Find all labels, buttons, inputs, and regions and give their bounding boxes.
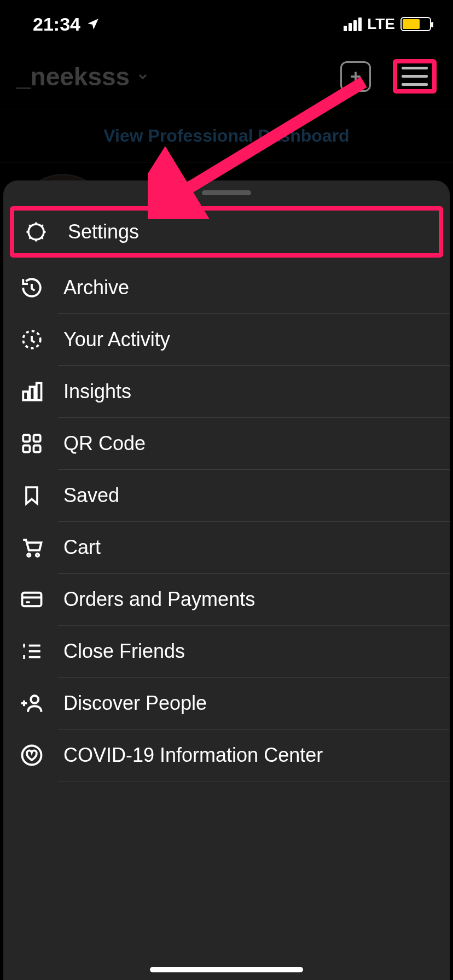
discover-people-icon — [20, 692, 43, 715]
svg-point-15 — [36, 553, 39, 556]
menu-discover[interactable]: Discover People — [3, 678, 450, 729]
menu-close-friends[interactable]: Close Friends — [3, 626, 450, 677]
menu-covid[interactable]: COVID-19 Information Center — [3, 730, 450, 781]
svg-rect-11 — [34, 435, 40, 441]
svg-point-5 — [33, 229, 39, 235]
menu-archive[interactable]: Archive — [3, 262, 450, 313]
insights-icon — [20, 380, 43, 403]
menu-label: Cart — [63, 536, 101, 559]
credit-card-icon — [20, 588, 43, 611]
bookmark-icon — [21, 485, 43, 506]
svg-rect-12 — [23, 446, 30, 452]
divider — [58, 781, 450, 781]
network-label: LTE — [367, 15, 395, 33]
menu-orders[interactable]: Orders and Payments — [3, 574, 450, 625]
svg-rect-7 — [23, 392, 28, 400]
svg-rect-16 — [22, 593, 42, 606]
menu-label: Settings — [68, 220, 139, 243]
activity-icon — [20, 328, 43, 351]
svg-point-14 — [27, 553, 30, 556]
cart-icon — [20, 536, 43, 559]
heart-circle-icon — [20, 744, 43, 767]
menu-label: Orders and Payments — [63, 588, 255, 611]
menu-settings[interactable]: Settings — [14, 211, 439, 253]
username-label: _neeksss — [16, 62, 130, 91]
svg-rect-8 — [30, 387, 35, 400]
status-bar: 21:34 LTE — [0, 0, 453, 48]
gear-icon — [25, 220, 48, 243]
signal-icon — [344, 18, 362, 31]
menu-button[interactable] — [402, 67, 428, 86]
menu-qr[interactable]: QR Code — [3, 418, 450, 469]
menu-insights[interactable]: Insights — [3, 366, 450, 417]
menu-label: Your Activity — [63, 328, 170, 351]
menu-activity[interactable]: Your Activity — [3, 314, 450, 365]
svg-rect-10 — [23, 435, 30, 441]
menu-label: Insights — [63, 380, 131, 403]
menu-label: Close Friends — [63, 640, 185, 663]
account-switcher[interactable]: _neeksss — [16, 62, 149, 91]
menu-sheet: Settings Archive Your Activity Insights … — [3, 180, 450, 980]
professional-dashboard-link[interactable]: View Professional Dashboard — [0, 109, 453, 163]
home-indicator[interactable] — [150, 967, 303, 972]
svg-rect-9 — [37, 383, 42, 400]
chevron-down-icon — [136, 70, 149, 83]
plus-icon — [347, 68, 364, 85]
menu-label: Archive — [63, 276, 129, 299]
menu-saved[interactable]: Saved — [3, 470, 450, 521]
settings-highlight: Settings — [10, 206, 443, 258]
svg-point-24 — [31, 696, 38, 703]
menu-label: COVID-19 Information Center — [63, 744, 323, 767]
archive-icon — [20, 276, 43, 299]
svg-rect-13 — [34, 446, 40, 452]
create-button[interactable] — [340, 61, 371, 92]
menu-cart[interactable]: Cart — [3, 522, 450, 573]
close-friends-icon — [20, 640, 43, 663]
menu-label: Discover People — [63, 692, 207, 715]
battery-icon — [400, 17, 431, 31]
location-arrow-icon — [86, 17, 100, 31]
profile-header: _neeksss — [0, 48, 453, 109]
svg-marker-23 — [23, 655, 25, 659]
qr-icon — [20, 432, 43, 455]
hamburger-highlight — [393, 59, 437, 94]
menu-label: Saved — [63, 484, 119, 507]
svg-marker-22 — [23, 644, 25, 648]
sheet-grabber[interactable] — [202, 190, 251, 195]
menu-label: QR Code — [63, 432, 146, 455]
status-time: 21:34 — [33, 14, 80, 35]
